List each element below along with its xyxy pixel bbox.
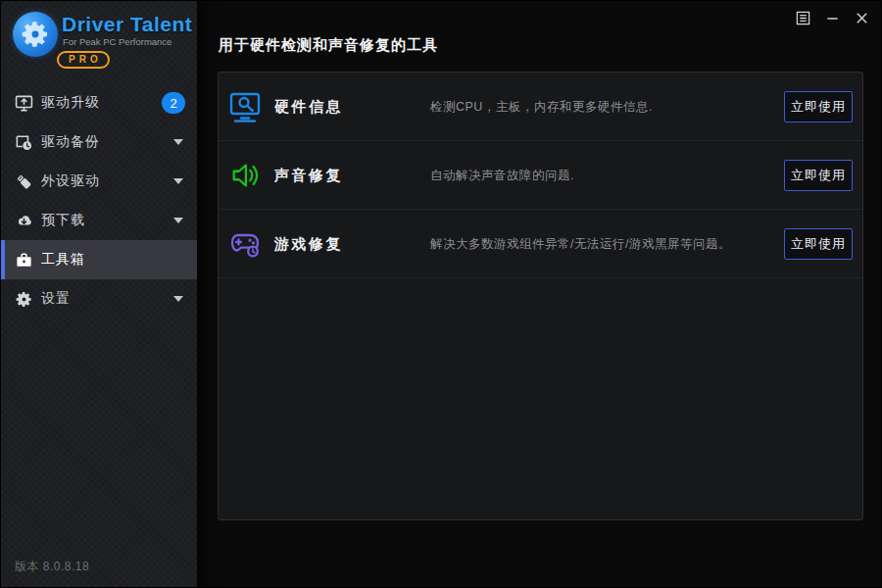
- toolbox-icon: [14, 250, 33, 270]
- tool-description: 解决大多数游戏组件异常/无法运行/游戏黑屏等问题。: [430, 236, 731, 253]
- cloud-download-icon: [14, 211, 33, 230]
- main-content: 用于硬件检测和声音修复的工具 硬件信息 检测CPU，主板，内存和更多硬件信息.: [197, 1, 882, 588]
- sidebar-item-label: 驱动升级: [41, 94, 100, 112]
- sidebar: Driver Talent For Peak PC Performance PR…: [1, 1, 197, 588]
- toolbox-panel: 硬件信息 检测CPU，主板，内存和更多硬件信息. 立即使用 声音修复 自动解决声…: [218, 72, 863, 520]
- tool-name: 硬件信息: [274, 98, 343, 117]
- close-icon[interactable]: [853, 9, 870, 26]
- sidebar-item-label: 设置: [41, 290, 71, 308]
- speaker-sound-icon: [227, 158, 263, 193]
- backup-clock-icon: [14, 132, 33, 152]
- sidebar-item-peripheral-drivers[interactable]: 外设驱动: [1, 162, 197, 201]
- window-controls: [794, 9, 870, 26]
- sidebar-item-settings[interactable]: 设置: [1, 279, 197, 318]
- sidebar-nav: 驱动升级 2 驱动备份: [1, 83, 197, 318]
- pro-badge: PRO: [57, 51, 110, 69]
- version-label: 版本 8.0.8.18: [15, 559, 89, 575]
- sidebar-item-driver-upgrade[interactable]: 驱动升级 2: [1, 83, 197, 122]
- gamepad-repair-icon: [227, 226, 263, 262]
- sidebar-item-predownload[interactable]: 预下载: [1, 201, 197, 240]
- sidebar-item-label: 工具箱: [41, 251, 85, 269]
- sidebar-item-toolbox[interactable]: 工具箱: [1, 240, 197, 279]
- brand-tagline: For Peak PC Performance: [63, 36, 172, 47]
- chevron-down-icon: [173, 139, 183, 145]
- minimize-icon[interactable]: [823, 9, 841, 26]
- gear-icon: [14, 289, 33, 309]
- brand-name: Driver Talent: [62, 13, 192, 36]
- usb-drive-icon: [14, 172, 33, 191]
- page-title: 用于硬件检测和声音修复的工具: [219, 36, 438, 55]
- update-count-badge: 2: [162, 92, 185, 114]
- sidebar-item-label: 预下载: [41, 212, 85, 229]
- use-now-button-sound-repair[interactable]: 立即使用: [784, 160, 853, 191]
- sidebar-item-label: 驱动备份: [41, 133, 100, 151]
- tool-name: 游戏修复: [274, 235, 343, 254]
- use-now-button-game-repair[interactable]: 立即使用: [784, 228, 853, 260]
- monitor-upgrade-icon: [14, 93, 33, 113]
- tool-description: 自动解决声音故障的问题.: [430, 168, 574, 184]
- tool-name: 声音修复: [274, 167, 343, 185]
- chevron-down-icon: [173, 218, 183, 223]
- menu-icon[interactable]: [794, 9, 811, 26]
- app-logo: Driver Talent For Peak PC Performance PR…: [1, 1, 197, 79]
- chevron-down-icon: [173, 178, 183, 184]
- tool-row-hardware-info: 硬件信息 检测CPU，主板，内存和更多硬件信息. 立即使用: [219, 73, 862, 141]
- tool-description: 检测CPU，主板，内存和更多硬件信息.: [430, 99, 653, 116]
- tool-row-game-repair: 游戏修复 解决大多数游戏组件异常/无法运行/游戏黑屏等问题。 立即使用: [219, 210, 862, 278]
- tool-row-sound-repair: 声音修复 自动解决声音故障的问题. 立即使用: [219, 141, 862, 210]
- sidebar-item-driver-backup[interactable]: 驱动备份: [1, 122, 197, 162]
- sidebar-item-label: 外设驱动: [41, 172, 100, 190]
- hardware-monitor-search-icon: [227, 89, 263, 124]
- chevron-down-icon: [173, 296, 183, 302]
- app-window: Driver Talent For Peak PC Performance PR…: [0, 0, 882, 588]
- use-now-button-hardware-info[interactable]: 立即使用: [784, 91, 853, 122]
- logo-gear-icon: [13, 12, 58, 57]
